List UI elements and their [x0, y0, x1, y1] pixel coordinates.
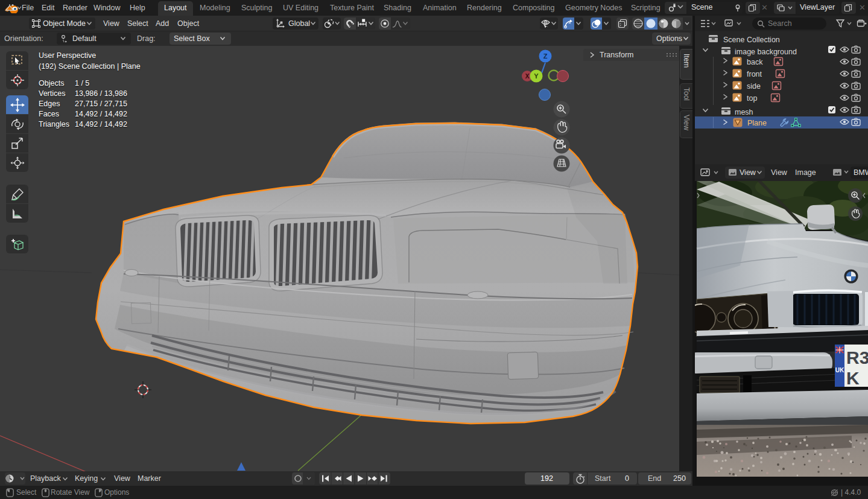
svg-text:K: K	[846, 368, 860, 388]
svg-text:Y: Y	[534, 72, 539, 80]
svg-text:Z: Z	[543, 52, 548, 60]
svg-text:UK: UK	[835, 367, 844, 373]
svg-text:X: X	[525, 73, 530, 80]
svg-text:R3: R3	[846, 348, 868, 367]
